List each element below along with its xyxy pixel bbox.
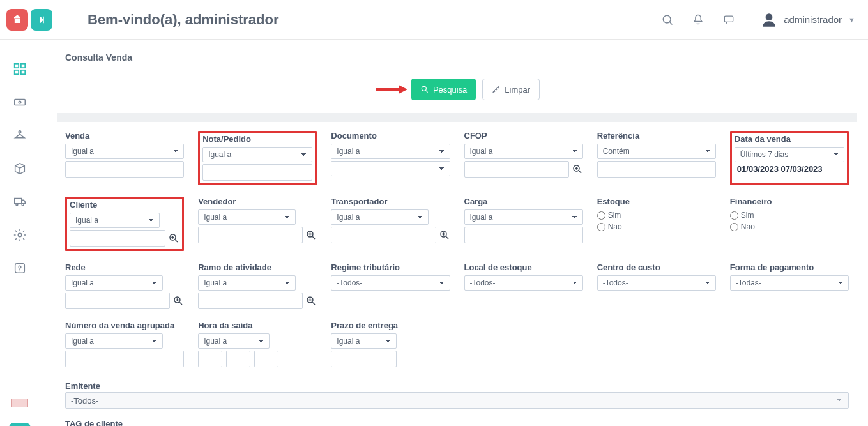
svg-rect-9 [15,99,26,105]
hora-saida-m[interactable] [226,351,250,367]
search-topbar-icon[interactable] [655,7,680,33]
nav-hanger-icon[interactable] [13,128,27,142]
local-estoque-select[interactable]: -Todos- [464,275,583,291]
field-referencia-label: Referência [597,131,716,141]
field-prazo-entrega: Prazo de entrega Igual a [331,321,450,367]
svg-rect-6 [21,64,25,68]
cliente-operator-select[interactable]: Igual a [70,213,160,228]
estoque-radio-sim[interactable]: Sim [597,211,716,220]
field-cliente-label: Cliente [70,200,179,209]
svg-marker-19 [399,85,407,94]
svg-point-15 [18,233,22,237]
regime-select[interactable]: -Todos- [331,275,450,291]
rede-input[interactable] [65,293,170,309]
zoom-icon[interactable] [305,229,317,241]
financeiro-radio-nao[interactable]: Não [730,222,849,231]
field-local-estoque: Local de estoque -Todos- [464,262,583,309]
nav-box-icon[interactable] [13,162,27,176]
ramo-input[interactable] [198,293,303,309]
field-hora-saida-label: Hora da saída [198,321,317,330]
vendedor-input[interactable] [198,227,303,243]
svg-rect-12 [15,199,22,204]
prazo-input[interactable] [331,351,396,367]
emitente-select[interactable]: -Todos- [65,392,849,409]
forma-pag-select[interactable]: -Todas- [730,275,849,291]
centro-custo-select[interactable]: -Todos- [597,275,716,291]
welcome-heading: Bem-vindo(a), administrador [88,11,278,28]
field-forma-pagamento: Forma de pagamento -Todas- [730,262,849,309]
documento-value-select[interactable] [331,161,450,176]
user-menu[interactable]: administrador ▼ [761,11,855,28]
clear-button[interactable]: Limpar [482,79,540,100]
venda-input[interactable] [65,161,184,178]
cfop-operator-select[interactable]: Igual a [464,144,583,159]
documento-operator-select[interactable]: Igual a [331,144,450,159]
zoom-icon[interactable] [305,295,317,307]
ramo-operator-select[interactable]: Igual a [198,275,296,291]
svg-point-1 [664,15,671,23]
nota-operator-select[interactable]: Igual a [202,147,312,162]
svg-rect-8 [21,70,25,74]
divider-bar [57,113,857,122]
field-nota-label: Nota/Pedido [202,134,312,144]
venda-operator-select[interactable]: Igual a [65,144,184,159]
svg-point-10 [19,101,21,103]
referencia-input[interactable] [597,161,716,178]
field-num-agrup-label: Número da venda agrupada [65,321,184,330]
svg-rect-5 [15,64,19,68]
search-button[interactable]: Pesquisa [411,79,476,100]
field-tag-cliente: TAG de cliente ATACADO VAREJO [65,419,849,426]
rede-operator-select[interactable]: Igual a [65,275,163,291]
cfop-input[interactable] [464,161,569,178]
svg-line-39 [179,302,182,305]
carga-operator-select[interactable]: Igual a [464,209,583,225]
carga-input[interactable] [464,227,583,243]
vendedor-operator-select[interactable]: Igual a [198,209,296,225]
transportador-input[interactable] [331,227,436,243]
field-cliente: Cliente Igual a [65,197,184,251]
nav-help-icon[interactable] [13,261,27,275]
nota-input[interactable] [202,164,312,181]
hora-saida-operator-select[interactable]: Igual a [198,333,270,349]
num-agrup-operator-select[interactable]: Igual a [65,333,163,349]
search-button-label: Pesquisa [433,85,467,95]
nav-shipping-icon[interactable] [13,195,27,209]
field-forma-pag-label: Forma de pagamento [730,262,849,272]
logo-primary-icon [6,9,28,31]
hora-saida-h[interactable] [198,351,222,367]
field-financeiro-label: Financeiro [730,197,849,206]
svg-line-31 [313,236,316,239]
svg-point-4 [766,13,773,20]
transportador-operator-select[interactable]: Igual a [331,209,429,225]
chat-icon[interactable] [716,7,742,33]
zoom-icon[interactable] [172,295,184,307]
nav-money-icon[interactable] [13,95,27,109]
sidebar-add-button[interactable] [9,423,31,426]
zoom-icon[interactable] [168,232,179,244]
cliente-input[interactable] [70,230,165,247]
field-cfop: CFOP Igual a [464,131,583,185]
field-rede: Rede Igual a [65,262,184,309]
svg-rect-3 [725,16,733,22]
field-regime-label: Regime tributário [331,262,450,272]
annotation-arrow-icon [374,84,407,95]
avatar-icon [761,11,777,28]
financeiro-radio-sim[interactable]: Sim [730,211,849,220]
nav-dashboard-icon[interactable] [13,62,27,76]
svg-rect-7 [15,70,19,74]
prazo-operator-select[interactable]: Igual a [331,333,396,349]
estoque-radio-nao[interactable]: Não [597,222,716,231]
zoom-icon[interactable] [439,229,450,241]
hora-saida-s[interactable] [254,351,278,367]
zoom-icon[interactable] [572,164,583,175]
field-documento: Documento Igual a [331,131,450,185]
num-agrup-input[interactable] [65,351,184,367]
field-financeiro: Financeiro Sim Não [730,197,849,251]
data-venda-range-select[interactable]: Últimos 7 dias [735,147,844,162]
nav-settings-icon[interactable] [13,228,27,242]
field-estoque: Estoque Sim Não [597,197,716,251]
field-carga-label: Carga [464,197,583,206]
field-num-agrupada: Número da venda agrupada Igual a [65,321,184,367]
referencia-operator-select[interactable]: Contém [597,144,716,159]
bell-icon[interactable] [685,7,711,33]
